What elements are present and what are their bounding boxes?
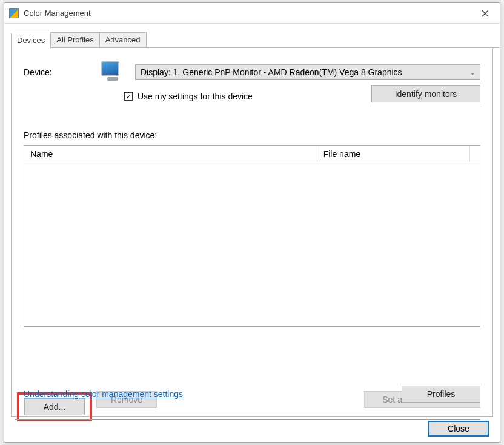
close-dialog-button[interactable]: Close	[428, 421, 489, 437]
chevron-down-icon: ⌄	[470, 69, 475, 76]
close-button[interactable]	[471, 3, 500, 24]
use-my-settings-checkbox[interactable]: ✓	[124, 92, 133, 101]
profiles-section-label: Profiles associated with this device:	[24, 130, 480, 140]
tab-all-profiles[interactable]: All Profiles	[50, 32, 99, 47]
tab-devices[interactable]: Devices	[11, 33, 51, 48]
tab-content-devices: Device: Display: 1. Generic PnP Monitor …	[11, 48, 493, 417]
color-management-window: Color Management Devices All Profiles Ad…	[4, 2, 500, 443]
divider	[15, 419, 480, 420]
tab-strip: Devices All Profiles Advanced	[11, 32, 500, 48]
column-header-name[interactable]: Name	[24, 146, 317, 162]
tab-advanced[interactable]: Advanced	[99, 32, 147, 47]
device-label: Device:	[24, 67, 90, 77]
profiles-button[interactable]: Profiles	[402, 386, 480, 403]
checkmark-icon: ✓	[126, 93, 131, 100]
identify-monitors-button[interactable]: Identify monitors	[371, 85, 480, 102]
device-selected-text: Display: 1. Generic PnP Monitor - AMD Ra…	[141, 67, 402, 77]
title-bar: Color Management	[4, 3, 500, 24]
add-button[interactable]: Add...	[24, 398, 85, 415]
monitor-icon	[101, 61, 124, 83]
column-header-file[interactable]: File name	[317, 146, 470, 162]
profiles-table[interactable]: Name File name	[24, 145, 480, 327]
help-link[interactable]: Understanding color management settings	[24, 389, 183, 399]
profiles-table-header: Name File name	[24, 146, 480, 162]
app-icon	[9, 8, 19, 18]
window-title: Color Management	[24, 8, 471, 18]
device-dropdown[interactable]: Display: 1. Generic PnP Monitor - AMD Ra…	[135, 64, 480, 80]
use-my-settings-label: Use my settings for this device	[138, 92, 253, 101]
device-row: Device: Display: 1. Generic PnP Monitor …	[24, 61, 480, 83]
close-icon	[482, 10, 489, 17]
